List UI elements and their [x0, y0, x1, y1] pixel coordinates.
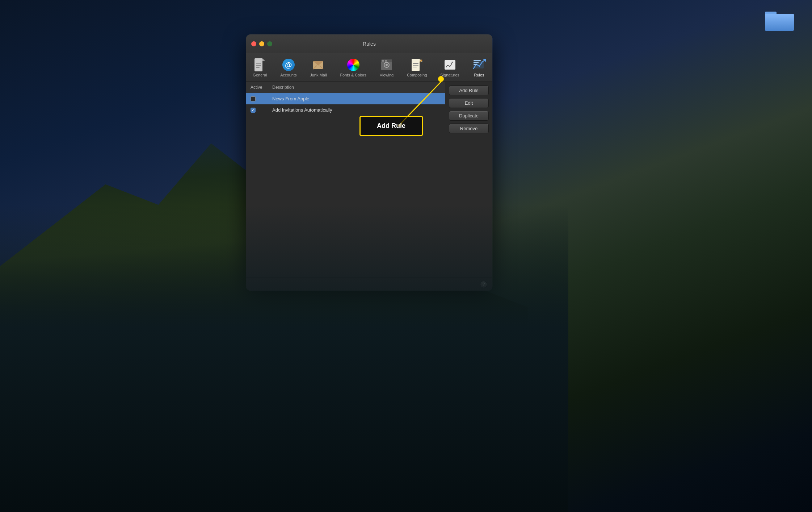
table-row[interactable]: News From Apple: [246, 93, 445, 104]
rule-name-2: Add Invitations Automatically: [272, 107, 332, 113]
svg-point-16: [386, 64, 388, 66]
composing-icon: [411, 58, 424, 71]
svg-marker-6: [262, 58, 265, 61]
svg-rect-5: [254, 58, 262, 71]
edit-button[interactable]: Edit: [449, 98, 489, 108]
signatures-icon: [443, 58, 457, 71]
svg-rect-22: [413, 63, 418, 64]
colors-icon: [347, 58, 360, 71]
signatures-label: Signatures: [440, 73, 459, 77]
folder-icon[interactable]: [765, 7, 794, 31]
toolbar-item-accounts[interactable]: @ Accounts: [277, 57, 299, 79]
toolbar-item-junk-mail[interactable]: Junk Mail: [307, 57, 329, 79]
description-column-header: Description: [272, 85, 441, 90]
window-title: Rules: [363, 41, 376, 47]
viewing-icon: [380, 58, 393, 71]
toolbar-item-viewing[interactable]: Viewing: [377, 57, 396, 79]
rules-icon: [473, 58, 486, 71]
svg-rect-29: [474, 62, 479, 63]
at-icon: @: [282, 58, 295, 71]
add-rule-annotation: Add Rule: [359, 116, 423, 136]
close-button[interactable]: [251, 41, 256, 46]
general-label: General: [253, 73, 267, 77]
svg-rect-8: [256, 65, 261, 66]
svg-rect-19: [385, 60, 387, 62]
composing-label: Composing: [407, 73, 427, 77]
maximize-button[interactable]: [267, 41, 272, 46]
fonts-colors-label: Fonts & Colors: [340, 73, 366, 77]
desktop: Rules General @: [0, 0, 812, 512]
add-rule-button[interactable]: Add Rule: [449, 86, 489, 95]
svg-rect-30: [474, 64, 477, 65]
rules-window: Rules General @: [246, 34, 492, 291]
help-button[interactable]: ?: [480, 281, 487, 288]
toolbar-item-general[interactable]: General: [250, 57, 270, 79]
add-rule-annotation-text: Add Rule: [377, 122, 405, 130]
junk-mail-label: Junk Mail: [310, 73, 327, 77]
rule-name-1: News From Apple: [272, 96, 310, 101]
window-controls: [251, 41, 272, 46]
svg-rect-28: [474, 60, 481, 61]
rule-checkbox-1[interactable]: [251, 96, 256, 101]
sidebar-buttons: Add Rule Edit Duplicate Remove: [445, 82, 492, 278]
active-column-header: Active: [251, 85, 272, 90]
minimize-button[interactable]: [259, 41, 264, 46]
remove-button[interactable]: Remove: [449, 124, 489, 133]
titlebar: Rules: [246, 34, 492, 53]
svg-rect-18: [382, 60, 384, 62]
active-cell: [251, 96, 272, 101]
toolbar-item-rules[interactable]: Rules: [470, 57, 489, 79]
svg-rect-25: [445, 60, 455, 70]
svg-rect-9: [256, 67, 260, 68]
toolbar-item-fonts-colors[interactable]: Fonts & Colors: [337, 57, 369, 79]
svg-rect-24: [413, 67, 417, 67]
svg-rect-7: [256, 63, 261, 64]
active-cell: [251, 108, 272, 113]
rules-label: Rules: [474, 73, 484, 77]
content-area: Active Description News From Apple Add I…: [246, 82, 492, 278]
list-header: Active Description: [246, 82, 445, 93]
toolbar-item-composing[interactable]: Composing: [404, 57, 430, 79]
svg-rect-4: [765, 14, 794, 31]
viewing-label: Viewing: [380, 73, 394, 77]
rules-list: Active Description News From Apple Add I…: [246, 82, 445, 278]
junk-mail-icon: [312, 58, 325, 71]
accounts-label: Accounts: [280, 73, 296, 77]
duplicate-button[interactable]: Duplicate: [449, 111, 489, 121]
bottom-bar: ?: [246, 278, 492, 291]
document-icon: [253, 58, 266, 71]
toolbar: General @ Accounts Junk Mail: [246, 53, 492, 82]
table-row[interactable]: Add Invitations Automatically: [246, 104, 445, 116]
svg-rect-23: [413, 65, 418, 66]
rule-checkbox-2[interactable]: [251, 108, 256, 113]
toolbar-item-signatures[interactable]: Signatures: [437, 57, 462, 79]
